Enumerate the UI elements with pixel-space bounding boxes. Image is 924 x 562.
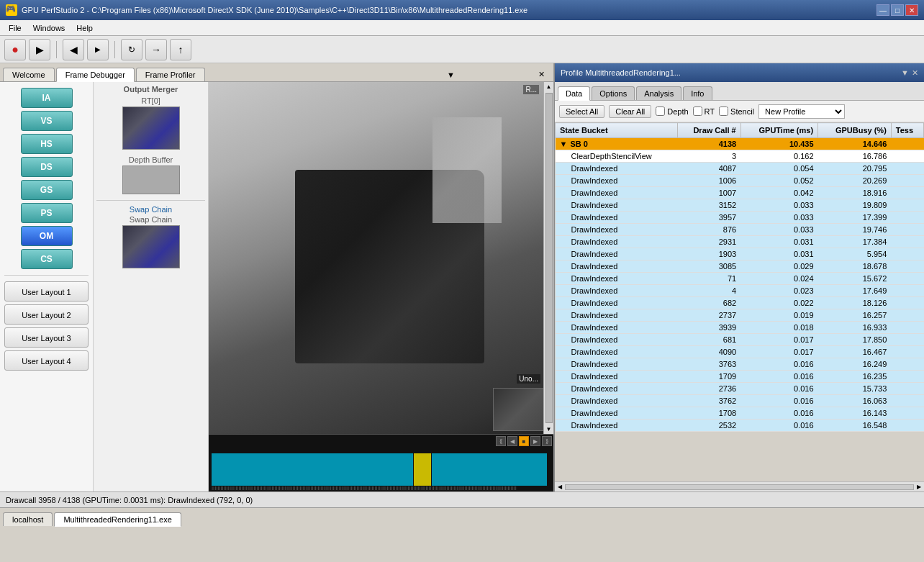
profile-dropdown[interactable]: New Profile: [758, 104, 845, 119]
tab-bar-close[interactable]: ▼: [441, 68, 461, 81]
cell-draw-call: 3957: [678, 212, 741, 224]
tab-welcome[interactable]: Welcome: [3, 68, 55, 81]
profile-tab-info[interactable]: Info: [683, 86, 712, 100]
table-row[interactable]: DrawIndexed10060.05220.269: [556, 175, 924, 187]
scroll-up[interactable]: ▲: [545, 82, 553, 91]
stage-ps[interactable]: PS: [21, 203, 73, 223]
table-row[interactable]: DrawIndexed6810.01717.850: [556, 334, 924, 346]
tab-frame-debugger[interactable]: Frame Debugger: [56, 68, 135, 82]
panel-divider: [96, 200, 205, 201]
table-row[interactable]: DrawIndexed6820.02218.126: [556, 297, 924, 309]
scene-bg: [209, 82, 553, 434]
depth-buffer-thumbnail[interactable]: [122, 166, 180, 194]
table-row[interactable]: DrawIndexed40870.05420.795: [556, 163, 924, 175]
toolbar-refresh[interactable]: ↻: [121, 39, 142, 60]
stage-cs[interactable]: CS: [21, 249, 73, 269]
right-panel-menu[interactable]: ▼: [901, 68, 909, 77]
table-row[interactable]: DrawIndexed10070.04218.916: [556, 187, 924, 199]
menu-file[interactable]: File: [3, 22, 27, 34]
col-gpu-busy[interactable]: GPUBusy (%): [818, 123, 892, 138]
user-layout-1[interactable]: User Layout 1: [4, 281, 89, 302]
col-draw-call[interactable]: Draw Call #: [678, 123, 741, 138]
table-row[interactable]: DrawIndexed40.02317.649: [556, 285, 924, 297]
cell-tess: [891, 273, 923, 285]
menu-help[interactable]: Help: [71, 22, 99, 34]
table-row[interactable]: DrawIndexed39570.03317.399: [556, 212, 924, 224]
right-panel-close[interactable]: ✕: [912, 68, 918, 78]
user-layout-4[interactable]: User Layout 4: [4, 350, 89, 371]
profile-tab-data[interactable]: Data: [558, 86, 590, 101]
scroll-down[interactable]: ▼: [545, 425, 553, 434]
cell-gpu-time: 0.029: [740, 260, 817, 273]
nav-rightright[interactable]: ⟫: [542, 436, 552, 446]
toolbar-up[interactable]: ↑: [170, 39, 191, 60]
menu-windows[interactable]: Windows: [27, 22, 71, 34]
table-row[interactable]: DrawIndexed37630.01616.249: [556, 358, 924, 371]
toolbar-next[interactable]: ▶: [87, 39, 109, 60]
cell-gpu-time: 0.042: [740, 187, 817, 199]
user-layout-3[interactable]: User Layout 3: [4, 327, 89, 348]
col-gpu-time[interactable]: GPUTime (ms): [740, 123, 817, 138]
swap-chain-thumbnail[interactable]: [122, 225, 180, 268]
nav-left[interactable]: ◀: [507, 436, 517, 446]
rt-checkbox[interactable]: [693, 106, 702, 116]
stage-hs[interactable]: HS: [21, 134, 73, 154]
table-row[interactable]: DrawIndexed19030.0315.954: [556, 248, 924, 260]
cell-gpu-time: 0.024: [740, 273, 817, 285]
toolbar-prev[interactable]: ◀: [63, 39, 84, 60]
scroll-left-btn[interactable]: ◀: [555, 484, 565, 490]
table-row[interactable]: DrawIndexed25320.01616.548: [556, 420, 924, 432]
scroll-thumb[interactable]: [545, 93, 553, 423]
maximize-button[interactable]: □: [891, 4, 904, 16]
table-row[interactable]: ▼SB 0413810.43514.646: [556, 138, 924, 150]
close-button[interactable]: ✕: [905, 4, 918, 16]
nav-right[interactable]: ▶: [530, 436, 540, 446]
toolbar-play[interactable]: ▶: [29, 39, 50, 60]
tab-bar-x[interactable]: ✕: [533, 68, 551, 81]
profile-tab-options[interactable]: Options: [592, 86, 635, 100]
viewport-3d[interactable]: R... ▲ ▼ Uno...: [209, 82, 553, 434]
stencil-checkbox[interactable]: [719, 106, 728, 116]
table-row[interactable]: DrawIndexed17090.01616.235: [556, 371, 924, 383]
stage-gs[interactable]: GS: [21, 180, 73, 200]
scroll-right-btn[interactable]: ▶: [914, 484, 924, 490]
minimize-button[interactable]: —: [877, 4, 889, 16]
stage-vs[interactable]: VS: [21, 111, 73, 131]
table-row[interactable]: DrawIndexed40900.01716.467: [556, 346, 924, 358]
cell-gpu-time: 10.435: [740, 138, 817, 150]
table-row[interactable]: DrawIndexed27360.01615.733: [556, 383, 924, 395]
viewport-scrollbar[interactable]: ▲ ▼: [543, 82, 553, 434]
col-state-bucket[interactable]: State Bucket: [556, 123, 678, 138]
table-row[interactable]: DrawIndexed710.02415.672: [556, 273, 924, 285]
table-row[interactable]: DrawIndexed27370.01916.257: [556, 309, 924, 322]
cell-gpu-time: 0.031: [740, 236, 817, 248]
scroll-track[interactable]: [565, 484, 914, 490]
nav-leftleft[interactable]: ⟪: [496, 436, 506, 446]
rt0-thumbnail[interactable]: [122, 106, 180, 150]
table-row[interactable]: DrawIndexed8760.03319.746: [556, 224, 924, 236]
user-layout-2[interactable]: User Layout 2: [4, 304, 89, 325]
tab-frame-profiler[interactable]: Frame Profiler: [136, 68, 205, 81]
table-row[interactable]: DrawIndexed37620.01616.063: [556, 395, 924, 407]
table-row[interactable]: DrawIndexed39390.01816.933: [556, 322, 924, 334]
col-tess[interactable]: Tess: [891, 123, 923, 138]
toolbar-forward[interactable]: →: [145, 39, 167, 60]
profile-tab-analysis[interactable]: Analysis: [636, 86, 681, 100]
stage-ds[interactable]: DS: [21, 157, 73, 177]
clear-all-button[interactable]: Clear All: [609, 105, 651, 118]
bottom-tab-localhost[interactable]: localhost: [3, 512, 53, 526]
select-all-button[interactable]: Select All: [559, 105, 604, 118]
cell-state-bucket: DrawIndexed: [556, 334, 678, 346]
depth-checkbox[interactable]: [656, 106, 665, 116]
bottom-tab-exe[interactable]: MultithreadedRendering11.exe: [54, 512, 181, 527]
nav-center[interactable]: ■: [519, 436, 529, 446]
table-row[interactable]: DrawIndexed31520.03319.809: [556, 199, 924, 212]
toolbar-record[interactable]: ●: [4, 39, 26, 60]
stage-ia[interactable]: IA: [21, 88, 73, 108]
table-row[interactable]: DrawIndexed17080.01616.143: [556, 407, 924, 420]
stage-om[interactable]: OM: [21, 226, 73, 246]
table-row[interactable]: DrawIndexed30850.02918.678: [556, 260, 924, 273]
cell-state-bucket: DrawIndexed: [556, 273, 678, 285]
table-row[interactable]: DrawIndexed29310.03117.384: [556, 236, 924, 248]
table-row[interactable]: ClearDepthStencilView30.16216.786: [556, 150, 924, 163]
